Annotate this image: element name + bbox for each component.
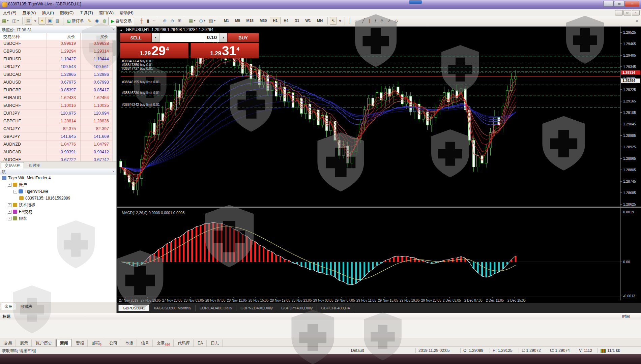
- toolbar-overflow-chevron[interactable]: »: [636, 18, 638, 23]
- news-time-column[interactable]: 时间: [622, 314, 630, 319]
- terminal-tab--[interactable]: 账户历史: [32, 339, 56, 347]
- terminal-tab--[interactable]: 公司: [106, 339, 121, 347]
- community-button[interactable]: ◍: [101, 17, 108, 25]
- child-minimize-button[interactable]: —: [615, 10, 623, 16]
- market-watch-row-gbpjpy[interactable]: GBPJPY141.645141.669: [0, 133, 116, 141]
- navigator-item-experts[interactable]: +EA交易: [0, 208, 116, 215]
- sell-button[interactable]: SELL: [120, 33, 152, 42]
- timeframe-m1[interactable]: M1: [221, 17, 232, 24]
- timeframe-w1[interactable]: W1: [302, 17, 314, 24]
- autotrading-button[interactable]: ▶自动交易: [108, 17, 134, 25]
- chart-tab-gbpusd-h1[interactable]: GBPUSD,H1: [118, 305, 149, 311]
- tree-expander-icon[interactable]: +: [8, 203, 11, 207]
- market-watch-tab--[interactable]: 即时图: [25, 162, 44, 169]
- order-line-label[interactable]: #38846242 buy limit 0.01: [122, 103, 160, 107]
- market-watch-row-usdchf[interactable]: USDCHF0.996190.99638: [0, 40, 116, 48]
- navigator-button[interactable]: ✶: [38, 17, 46, 25]
- child-restore-button[interactable]: ▭: [623, 10, 631, 16]
- market-watch-tab--[interactable]: 交易品种: [1, 162, 24, 169]
- market-watch-row-audnzd[interactable]: AUDNZD1.047761.04797: [0, 141, 116, 148]
- bar-chart-mode-button[interactable]: ╫: [138, 17, 145, 25]
- oneclick-collapse-icon[interactable]: ▲: [120, 28, 123, 32]
- chart-tab-xagusd200-monthly[interactable]: XAGUSD200,Monthly: [149, 305, 195, 311]
- strategy-tester-button[interactable]: ▥: [54, 17, 61, 25]
- timeframe-m5[interactable]: M5: [232, 17, 243, 24]
- market-watch-row-usdcad[interactable]: USDCAD1.329651.32986: [0, 71, 116, 79]
- market-watch-row-eurchf[interactable]: EURCHF1.100161.10035: [0, 102, 116, 110]
- navigator-close-icon[interactable]: ×: [112, 169, 115, 174]
- volume-increase-button[interactable]: ▲: [220, 33, 227, 42]
- timeframe-m30[interactable]: M30: [257, 17, 270, 24]
- sell-price-button[interactable]: 1.29294: [120, 43, 188, 58]
- navigator-item-accounts[interactable]: −账户: [0, 181, 116, 188]
- navigator-item-indicators[interactable]: +技术指标: [0, 202, 116, 208]
- navigator-item-account[interactable]: 83397135: 18161592889: [0, 195, 116, 202]
- timeframe-h4[interactable]: H4: [281, 17, 291, 24]
- minimize-button[interactable]: —: [603, 1, 614, 7]
- timeframe-m15[interactable]: M15: [243, 17, 256, 24]
- terminal-tab--[interactable]: 信号: [138, 339, 153, 347]
- terminal-tab--[interactable]: 展示: [17, 339, 32, 347]
- market-watch-row-eurjpy[interactable]: EURJPY120.975120.994: [0, 110, 116, 117]
- market-watch-button[interactable]: ▤: [25, 17, 32, 25]
- menu-item-2[interactable]: 插入(I): [39, 9, 57, 16]
- experts-list-button[interactable]: ◉: [93, 17, 100, 25]
- status-profile[interactable]: Default: [348, 348, 415, 353]
- market-watch-row-gbpusd[interactable]: GBPUSD1.292941.29314: [0, 48, 116, 55]
- navigator-tab--[interactable]: 收藏夹: [17, 303, 36, 310]
- zoom-out-button[interactable]: ⊖: [169, 17, 176, 25]
- trendline-button[interactable]: ╱: [360, 17, 367, 25]
- market-watch-scrollbar-thumb[interactable]: [113, 40, 116, 56]
- profiles-button[interactable]: ◫▾: [10, 17, 20, 25]
- market-watch-row-audchf[interactable]: AUDCHF0.677220.67742: [0, 156, 116, 161]
- market-watch-row-eurusd[interactable]: EURUSD1.104271.10444: [0, 55, 116, 63]
- market-watch-close-icon[interactable]: ×: [112, 27, 115, 32]
- terminal-tab--[interactable]: 市场: [122, 339, 137, 347]
- terminal-tab-ea[interactable]: EA: [194, 340, 207, 346]
- text-label-button[interactable]: A: [379, 17, 385, 25]
- new-chart-button[interactable]: ▦▾: [0, 17, 10, 25]
- cursor-button[interactable]: ↖: [330, 17, 337, 25]
- maximize-button[interactable]: ▭: [614, 1, 624, 7]
- indicators-button[interactable]: ▦▾: [187, 17, 197, 25]
- market-watch-row-audusd[interactable]: AUDUSD0.679750.67993: [0, 79, 116, 86]
- terminal-tab--[interactable]: 代码库: [174, 339, 194, 347]
- order-line-label[interactable]: #38847737 buy 0.01: [122, 67, 153, 70]
- news-title-column[interactable]: 标题: [3, 314, 10, 319]
- market-watch-row-usdjpy[interactable]: USDJPY109.543109.561: [0, 63, 116, 71]
- menu-item-1[interactable]: 显示(V): [19, 9, 39, 16]
- vertical-line-button[interactable]: │: [347, 17, 353, 25]
- shapes-button[interactable]: ◇: [393, 17, 400, 25]
- menu-item-5[interactable]: 窗口(W): [96, 9, 117, 16]
- tree-expander-icon[interactable]: −: [13, 190, 17, 193]
- terminal-tab--[interactable]: 日志: [207, 339, 223, 347]
- order-line-label[interactable]: #38846236 buy limit 0.01: [122, 91, 160, 95]
- navigator-item-platform[interactable]: Tiger Wit- MetaTrader 4: [0, 175, 116, 181]
- tree-expander-icon[interactable]: +: [8, 217, 11, 220]
- fibonacci-button[interactable]: ƒ: [373, 17, 378, 25]
- timeframe-h1[interactable]: H1: [270, 17, 281, 24]
- navigator-item-scripts[interactable]: +脚本: [0, 215, 116, 222]
- metaeditor-button[interactable]: ✎: [86, 17, 93, 25]
- navigator-item-server[interactable]: −TigerWit-Live: [0, 188, 116, 195]
- menu-item-6[interactable]: 帮助(H): [117, 9, 137, 16]
- buy-button[interactable]: BUY: [227, 33, 259, 42]
- chart-tab-gbpjpy400-daily[interactable]: GBPJPY400,Daily: [277, 305, 317, 311]
- market-watch-row-gbpchf[interactable]: GBPCHF1.288141.28836: [0, 117, 116, 125]
- candle-chart-mode-button[interactable]: ▮: [145, 17, 151, 25]
- column-bid[interactable]: 卖价: [67, 34, 75, 40]
- periods-button[interactable]: ◷▾: [197, 17, 207, 25]
- terminal-tab--[interactable]: 交易: [1, 339, 16, 347]
- terminal-tab--[interactable]: 警报: [72, 339, 88, 347]
- equidistant-channel-button[interactable]: ∥: [367, 17, 373, 25]
- column-ask[interactable]: 买价: [100, 34, 108, 40]
- order-line-label[interactable]: #38846155 buy limit 0.01: [122, 80, 160, 84]
- child-close-button[interactable]: ×: [632, 10, 640, 16]
- order-line-label[interactable]: #38847356 buy 0.01: [122, 63, 153, 67]
- tree-expander-icon[interactable]: −: [8, 183, 11, 187]
- terminal-tab--[interactable]: 邮箱6: [88, 339, 105, 347]
- terminal-button[interactable]: ▣: [46, 17, 53, 25]
- menu-item-4[interactable]: 工具(T): [77, 9, 96, 16]
- tree-expander-icon[interactable]: +: [8, 210, 11, 214]
- tile-windows-button[interactable]: ⊞: [176, 17, 183, 25]
